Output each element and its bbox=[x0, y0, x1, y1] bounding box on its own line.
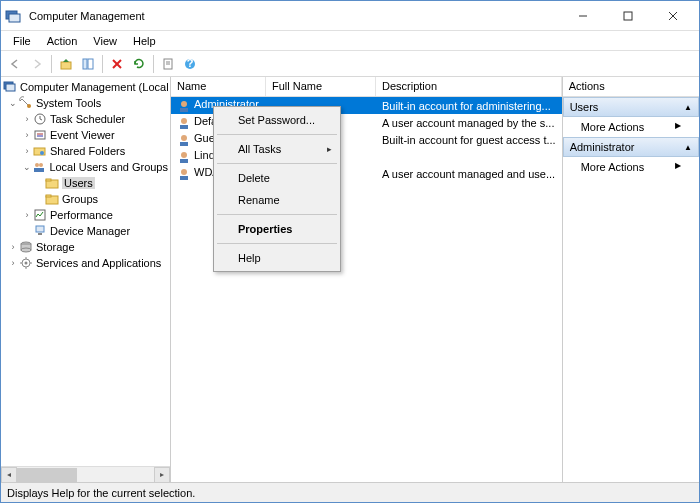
expand-icon[interactable]: › bbox=[21, 130, 33, 140]
properties-button[interactable] bbox=[158, 54, 178, 74]
menu-set-password[interactable]: Set Password... bbox=[216, 109, 338, 131]
up-button[interactable] bbox=[56, 54, 76, 74]
tree-panel: Computer Management (Local ⌄ System Tool… bbox=[1, 77, 171, 482]
forward-button[interactable] bbox=[27, 54, 47, 74]
tree-event-viewer[interactable]: › Event Viewer bbox=[3, 127, 168, 143]
expand-icon[interactable]: › bbox=[21, 210, 33, 220]
scroll-right-icon[interactable]: ▸ bbox=[154, 467, 170, 483]
svg-rect-6 bbox=[61, 62, 71, 69]
expand-icon[interactable]: › bbox=[7, 242, 19, 252]
separator bbox=[153, 55, 154, 73]
menu-view[interactable]: View bbox=[85, 33, 125, 49]
svg-rect-47 bbox=[180, 108, 188, 112]
svg-rect-8 bbox=[88, 59, 93, 69]
actions-admin-band[interactable]: Administrator ▲ bbox=[563, 137, 699, 157]
tree-root[interactable]: Computer Management (Local bbox=[3, 79, 168, 95]
svg-rect-35 bbox=[36, 226, 44, 232]
svg-point-41 bbox=[25, 262, 28, 265]
svg-rect-49 bbox=[180, 125, 188, 129]
storage-icon bbox=[19, 240, 33, 254]
col-name[interactable]: Name bbox=[171, 77, 266, 96]
back-button[interactable] bbox=[5, 54, 25, 74]
tree-body: Computer Management (Local ⌄ System Tool… bbox=[1, 77, 170, 466]
user-icon bbox=[177, 116, 191, 130]
menu-file[interactable]: File bbox=[5, 33, 39, 49]
tools-icon bbox=[19, 96, 33, 110]
tree-performance[interactable]: › Performance bbox=[3, 207, 168, 223]
close-button[interactable] bbox=[650, 2, 695, 30]
performance-icon bbox=[33, 208, 47, 222]
svg-point-28 bbox=[39, 163, 43, 167]
svg-point-46 bbox=[181, 101, 187, 107]
menu-help[interactable]: Help bbox=[125, 33, 164, 49]
actions-more-users[interactable]: More Actions ▶ bbox=[563, 117, 699, 137]
menu-separator bbox=[217, 134, 337, 135]
tree-device-manager[interactable]: Device Manager bbox=[3, 223, 168, 239]
refresh-button[interactable] bbox=[129, 54, 149, 74]
collapse-icon[interactable]: ▲ bbox=[684, 143, 692, 152]
computer-icon bbox=[3, 80, 17, 94]
collapse-icon[interactable]: ▲ bbox=[684, 103, 692, 112]
tree-local-users-groups[interactable]: ⌄ Local Users and Groups bbox=[3, 159, 168, 175]
svg-rect-53 bbox=[180, 159, 188, 163]
app-icon bbox=[5, 8, 21, 24]
tree-groups[interactable]: Groups bbox=[3, 191, 168, 207]
menu-action[interactable]: Action bbox=[39, 33, 86, 49]
tree-task-scheduler[interactable]: › Task Scheduler bbox=[3, 111, 168, 127]
delete-button[interactable] bbox=[107, 54, 127, 74]
svg-text:?: ? bbox=[187, 57, 194, 69]
show-hide-button[interactable] bbox=[78, 54, 98, 74]
col-description[interactable]: Description bbox=[376, 77, 562, 96]
expand-icon[interactable]: › bbox=[7, 258, 19, 268]
content-area: Computer Management (Local ⌄ System Tool… bbox=[1, 77, 699, 482]
actions-header: Actions bbox=[563, 77, 699, 97]
svg-rect-1 bbox=[9, 14, 20, 22]
maximize-button[interactable] bbox=[605, 2, 650, 30]
user-icon bbox=[177, 133, 191, 147]
event-icon bbox=[33, 128, 47, 142]
tree-services-apps[interactable]: › Services and Applications bbox=[3, 255, 168, 271]
tree-storage[interactable]: › Storage bbox=[3, 239, 168, 255]
tree-shared-folders[interactable]: › Shared Folders bbox=[3, 143, 168, 159]
help-button[interactable]: ? bbox=[180, 54, 200, 74]
actions-users-band[interactable]: Users ▲ bbox=[563, 97, 699, 117]
expand-icon[interactable]: › bbox=[21, 146, 33, 156]
actions-more-admin[interactable]: More Actions ▶ bbox=[563, 157, 699, 177]
svg-point-52 bbox=[181, 152, 187, 158]
menu-help[interactable]: Help bbox=[216, 247, 338, 269]
tree-scrollbar[interactable]: ◂ ▸ bbox=[1, 466, 170, 482]
actions-panel: Actions Users ▲ More Actions ▶ Administr… bbox=[563, 77, 699, 482]
menu-properties[interactable]: Properties bbox=[216, 218, 338, 240]
separator bbox=[51, 55, 52, 73]
titlebar: Computer Management bbox=[1, 1, 699, 31]
scroll-thumb[interactable] bbox=[17, 468, 77, 482]
tree-users[interactable]: Users bbox=[3, 175, 168, 191]
submenu-icon: ▶ bbox=[675, 161, 681, 173]
menu-separator bbox=[217, 214, 337, 215]
expand-icon[interactable]: › bbox=[21, 114, 33, 124]
list-panel: Name Full Name Description Administrator… bbox=[171, 77, 563, 482]
svg-point-50 bbox=[181, 135, 187, 141]
clock-icon bbox=[33, 112, 47, 126]
user-icon bbox=[177, 150, 191, 164]
svg-point-26 bbox=[40, 151, 44, 155]
toolbar: ? bbox=[1, 51, 699, 77]
tree-system-tools[interactable]: ⌄ System Tools bbox=[3, 95, 168, 111]
list-header: Name Full Name Description bbox=[171, 77, 562, 97]
minimize-button[interactable] bbox=[560, 2, 605, 30]
status-text: Displays Help for the current selection. bbox=[7, 487, 195, 499]
menu-delete[interactable]: Delete bbox=[216, 167, 338, 189]
users-group-icon bbox=[32, 160, 46, 174]
menu-all-tasks[interactable]: All Tasks bbox=[216, 138, 338, 160]
menu-rename[interactable]: Rename bbox=[216, 189, 338, 211]
svg-rect-17 bbox=[6, 84, 15, 91]
collapse-icon[interactable]: ⌄ bbox=[7, 98, 19, 108]
collapse-icon[interactable]: ⌄ bbox=[21, 162, 32, 172]
user-icon bbox=[177, 99, 191, 113]
svg-rect-7 bbox=[83, 59, 87, 69]
svg-rect-29 bbox=[34, 168, 44, 172]
menubar: File Action View Help bbox=[1, 31, 699, 51]
col-fullname[interactable]: Full Name bbox=[266, 77, 376, 96]
scroll-left-icon[interactable]: ◂ bbox=[1, 467, 17, 483]
separator bbox=[102, 55, 103, 73]
